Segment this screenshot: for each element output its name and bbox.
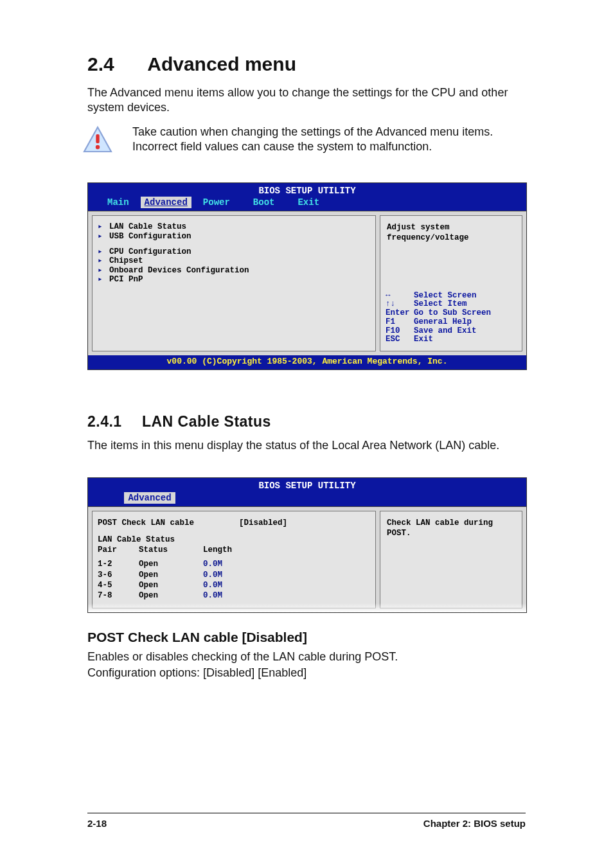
bios-titlebar: BIOS SETUP UTILITY: [88, 478, 526, 492]
submenu-arrow-icon: ▸: [98, 256, 104, 265]
intro-paragraph: The Advanced menu items allow you to cha…: [87, 85, 526, 116]
caution-text: Take caution when changing the settings …: [132, 125, 526, 155]
bios-item: ▸Chipset: [98, 256, 370, 265]
bios-advanced-screenshot: BIOS SETUP UTILITY Main Advanced Power B…: [87, 182, 527, 370]
bios-tab-advanced: Advanced: [141, 197, 191, 208]
subsection-number: 2.4.1: [87, 412, 138, 432]
bios-tab-exit: Exit: [286, 197, 331, 208]
table-row: 4-5Open0.0M: [98, 580, 370, 590]
lan-cable-table: Pair Status Length 1-2Open0.0M 3-6Open0.…: [98, 545, 370, 601]
bios-item: ▸LAN Cable Status: [98, 222, 370, 231]
caution-block: Take caution when changing the settings …: [82, 125, 526, 155]
page-footer: 2-18 Chapter 2: BIOS setup: [87, 813, 526, 830]
bios-tab-main: Main: [96, 197, 141, 208]
bios-tabs: . Advanced: [88, 492, 526, 506]
option-heading: POST Check LAN cable [Disabled]: [87, 628, 526, 646]
bios-right-pane: Check LAN cable during POST.: [380, 511, 522, 608]
bios-tab-boot: Boot: [242, 197, 287, 208]
bios-left-pane: POST Check LAN cable [Disabled] LAN Cabl…: [92, 511, 376, 608]
table-row: 7-8Open0.0M: [98, 590, 370, 601]
col-pair: Pair: [98, 545, 139, 555]
bios-item: ▸PCI PnP: [98, 275, 370, 284]
bios-field-value: [Disabled]: [239, 518, 370, 528]
section-heading: 2.4 Advanced menu: [87, 51, 526, 76]
bios-tab-advanced: Advanced: [124, 492, 175, 504]
bios-table-title: LAN Cable Status: [98, 535, 370, 545]
svg-rect-1: [96, 134, 99, 143]
subsection-title: LAN Cable Status: [142, 413, 271, 430]
bios-left-pane: ▸LAN Cable Status ▸USB Configuration ▸CP…: [92, 215, 376, 351]
svg-point-2: [96, 145, 100, 149]
submenu-arrow-icon: ▸: [98, 247, 104, 256]
subsection-heading: 2.4.1 LAN Cable Status: [87, 412, 526, 432]
bios-titlebar: BIOS SETUP UTILITY: [88, 183, 526, 197]
subsection-intro: The items in this menu display the statu…: [87, 438, 526, 453]
bios-item: ▸CPU Configuration: [98, 247, 370, 256]
bios-help-text: Adjust system frequency/voltage: [380, 216, 522, 244]
bios-tabs: Main Advanced Power Boot Exit: [88, 197, 526, 211]
page-number: 2-18: [87, 817, 107, 830]
col-length: Length: [203, 545, 254, 555]
bios-field-name: POST Check LAN cable: [98, 518, 239, 528]
bios-tab-power: Power: [191, 197, 242, 208]
bios-field-row: POST Check LAN cable [Disabled]: [98, 518, 370, 528]
submenu-arrow-icon: ▸: [98, 222, 104, 231]
bios-key-hints: ↔Select Screen ↑↓Select Item EnterGo to …: [380, 288, 522, 351]
bios-copyright-footer: v00.00 (C)Copyright 1985-2003, American …: [88, 355, 526, 369]
submenu-arrow-icon: ▸: [98, 266, 104, 275]
section-number: 2.4: [87, 51, 143, 76]
bios-lan-screenshot: BIOS SETUP UTILITY . Advanced POST Check…: [87, 477, 527, 612]
bios-help-text: Check LAN cable during POST.: [380, 511, 522, 539]
option-config: Configuration options: [Disabled] [Enabl…: [87, 666, 526, 680]
col-status: Status: [139, 545, 203, 555]
bios-item: ▸Onboard Devices Configuration: [98, 266, 370, 275]
section-title: Advanced menu: [147, 53, 296, 75]
submenu-arrow-icon: ▸: [98, 275, 104, 284]
table-row: 1-2Open0.0M: [98, 559, 370, 569]
bios-right-pane: Adjust system frequency/voltage ↔Select …: [380, 215, 522, 351]
bios-item: ▸USB Configuration: [98, 232, 370, 241]
option-description: Enables or disables checking of the LAN …: [87, 650, 526, 664]
chapter-label: Chapter 2: BIOS setup: [423, 817, 526, 830]
table-row: 3-6Open0.0M: [98, 570, 370, 580]
caution-icon: [82, 125, 113, 155]
submenu-arrow-icon: ▸: [98, 232, 104, 241]
